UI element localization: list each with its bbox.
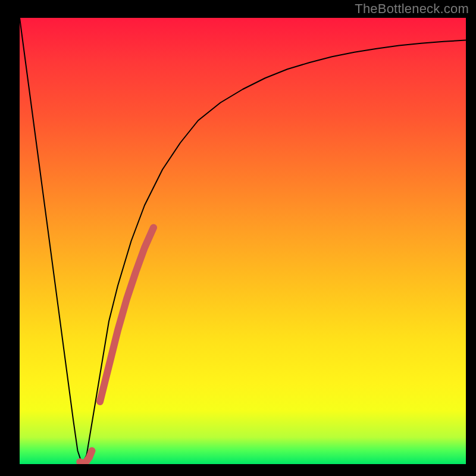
- series-group: [20, 18, 466, 464]
- series-highlight-hook: [80, 451, 92, 464]
- chart-frame: TheBottleneck.com: [0, 0, 476, 476]
- series-bottleneck-curve: [20, 18, 466, 464]
- plot-area: [20, 18, 466, 464]
- watermark-text: TheBottleneck.com: [355, 1, 469, 17]
- chart-svg: [20, 18, 466, 464]
- series-highlight-segment: [100, 228, 154, 402]
